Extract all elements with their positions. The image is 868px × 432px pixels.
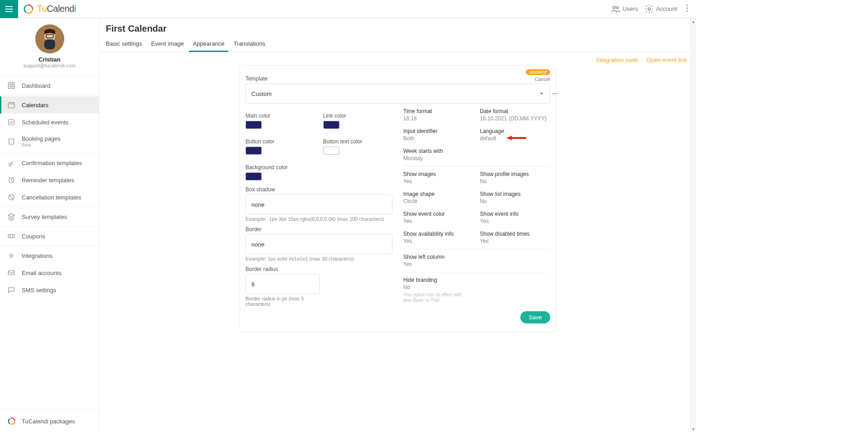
appearance-card: unsaved Cancel Template Custom (240, 65, 556, 332)
nav-label: Scheduled events (22, 119, 68, 126)
svg-rect-14 (12, 82, 14, 85)
hamburger-icon (4, 4, 14, 14)
image-shape-block[interactable]: Image shape Circle (403, 191, 474, 204)
nav-sms-settings[interactable]: SMS settings (0, 281, 99, 299)
checkmarks-icon (7, 159, 15, 167)
mail-icon (7, 269, 15, 277)
show-images-block[interactable]: Show images Yes (403, 171, 474, 185)
svg-rect-19 (9, 139, 14, 144)
sidebar-footer-packages[interactable]: TuCalendi packages (0, 410, 99, 432)
svg-marker-29 (552, 93, 554, 94)
logo-small-icon (7, 417, 16, 426)
box-shadow-label: Box shadow (245, 186, 392, 193)
save-button[interactable]: Save (520, 311, 550, 323)
show-left-column-block[interactable]: Show left column Yes (403, 254, 550, 267)
svg-rect-13 (8, 82, 10, 85)
check-calendar-icon (7, 118, 15, 126)
show-profile-images-block[interactable]: Show profile images No (480, 171, 551, 185)
date-format-block[interactable]: Date format 16.10.2021 (DD.MM.YYYY) (480, 108, 551, 122)
open-event-link[interactable]: Open event link (646, 57, 687, 63)
show-disabled-times-block[interactable]: Show disabled times Yes (480, 231, 551, 244)
border-input[interactable] (245, 234, 392, 254)
svg-point-3 (613, 6, 616, 8)
overflow-menu-button[interactable] (684, 4, 691, 14)
annotation-arrow-template (552, 91, 558, 96)
nav-survey-templates[interactable]: Survey templates (0, 208, 99, 225)
tab-translations[interactable]: Translations (234, 40, 265, 52)
nav-label: Cancellation templates (22, 194, 81, 201)
tab-event-image[interactable]: Event image (151, 40, 184, 52)
tab-basic-settings[interactable]: Basic settings (106, 40, 142, 52)
background-color-swatch[interactable] (245, 172, 262, 180)
action-links: Integration code Open event link (99, 52, 696, 63)
nav-label: SMS settings (22, 287, 57, 294)
vertical-scrollbar[interactable]: ▴ ▾ (690, 18, 696, 432)
integration-code-link[interactable]: Integration code (596, 57, 638, 63)
nav-confirmation-templates[interactable]: Confirmation templates (0, 154, 99, 171)
annotation-arrow-language (506, 134, 526, 142)
page-icon (7, 138, 15, 146)
background-color-label: Background color (245, 164, 315, 171)
language-block[interactable]: Language default (480, 128, 551, 142)
hamburger-menu-button[interactable] (0, 0, 18, 18)
nav-sublabel: Beta (22, 142, 61, 147)
ticket-icon (7, 232, 15, 240)
box-shadow-input[interactable] (245, 195, 392, 214)
users-link[interactable]: Users (611, 4, 638, 14)
nav-integrations[interactable]: Integrations (0, 247, 99, 264)
nav-label: Confirmation templates (22, 160, 82, 166)
template-value: Custom (251, 90, 272, 97)
nav-label: Calendars (22, 102, 48, 109)
nav-label: Coupons (22, 233, 45, 240)
alarm-icon (7, 176, 15, 184)
sidebar-footer-label: TuCalendi packages (22, 418, 75, 425)
cancel-link[interactable]: Cancel (535, 76, 550, 82)
gear-small-icon (7, 252, 15, 260)
header: TuCalendi Users Account (0, 0, 696, 18)
nav-calendars[interactable]: Calendars (0, 96, 99, 114)
nav-coupons[interactable]: Coupons (0, 228, 99, 245)
input-identifier-block[interactable]: Input identifier Both (403, 128, 474, 142)
nav-label: Booking pages (22, 135, 61, 142)
hide-branding-note: This option has no effect with plan Basi… (403, 292, 471, 303)
border-label: Border (245, 226, 392, 233)
show-availability-info-block[interactable]: Show availability info Yes (403, 231, 474, 244)
border-radius-input[interactable] (245, 274, 320, 294)
gear-icon (644, 4, 654, 14)
nav-email-accounts[interactable]: Email accounts (0, 264, 99, 281)
main-color-label: Main color (245, 113, 315, 119)
unsaved-badge: unsaved (526, 69, 550, 75)
button-color-swatch[interactable] (245, 147, 262, 155)
button-text-color-swatch[interactable] (323, 147, 340, 155)
nav-scheduled-events[interactable]: Scheduled events (0, 114, 99, 131)
hide-branding-block[interactable]: Hide branding No This option has no effe… (403, 277, 550, 303)
main-color-swatch[interactable] (245, 121, 262, 129)
show-event-color-block[interactable]: Show event color Yes (403, 211, 474, 224)
nav-label: Survey templates (22, 214, 67, 220)
nav-cancellation-templates[interactable]: Cancellation templates (0, 189, 99, 206)
svg-point-6 (687, 5, 688, 6)
button-text-color-label: Button text color (323, 138, 393, 145)
account-link[interactable]: Account (644, 4, 677, 14)
scroll-down-icon: ▾ (690, 426, 696, 432)
template-select[interactable]: Custom (245, 84, 550, 104)
time-format-block[interactable]: Time format 16:18 (403, 108, 474, 122)
show-list-images-block[interactable]: Show list images No (480, 191, 551, 204)
nav-booking-pages[interactable]: Booking pages Beta (0, 131, 99, 152)
nav-reminder-templates[interactable]: Reminder templates (0, 171, 99, 189)
users-icon (611, 4, 621, 14)
logo[interactable]: TuCalendi (18, 3, 76, 15)
link-color-swatch[interactable] (323, 121, 340, 129)
chat-icon (7, 286, 15, 294)
link-color-label: Link color (323, 113, 393, 119)
show-event-info-block[interactable]: Show event info Yes (480, 211, 551, 224)
page-title: First Calendar (106, 24, 690, 34)
svg-rect-22 (8, 234, 14, 238)
nav-dashboard[interactable]: Dashboard (0, 77, 99, 94)
avatar[interactable] (35, 24, 64, 53)
week-starts-block[interactable]: Week starts with Monday (403, 148, 550, 161)
tab-appearance[interactable]: Appearance (193, 40, 224, 52)
calendar-icon (7, 101, 15, 109)
dashboard-icon (7, 81, 15, 90)
nav-label: Integrations (22, 252, 52, 259)
